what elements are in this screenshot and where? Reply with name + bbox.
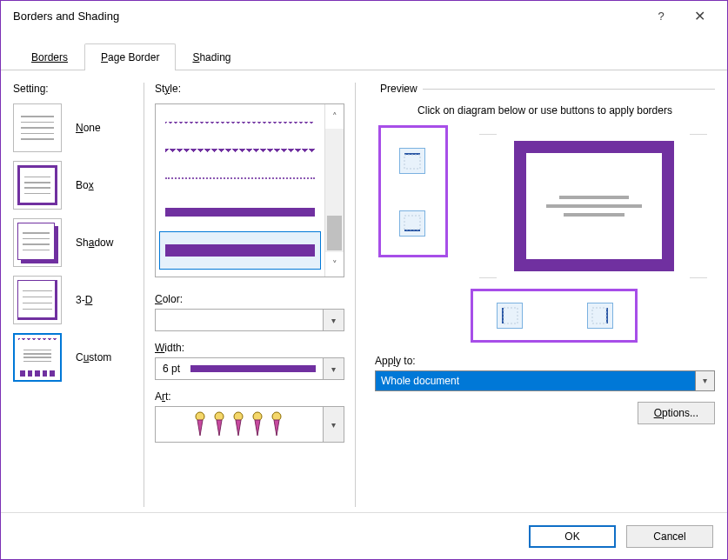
art-preview — [156, 407, 323, 442]
ok-button[interactable]: OK — [529, 525, 616, 548]
svg-rect-10 — [504, 308, 518, 323]
help-button[interactable]: ? — [642, 3, 680, 29]
svg-rect-8 — [404, 216, 420, 230]
scroll-up-icon[interactable]: ˄ — [325, 104, 344, 129]
color-label: Color: — [155, 293, 344, 305]
style-label: Style: — [155, 83, 344, 95]
tab-page-border[interactable]: Page Border — [84, 43, 176, 70]
color-combo[interactable]: ▾ — [155, 309, 344, 331]
dialog-footer: OK Cancel — [1, 512, 727, 559]
svg-rect-12 — [592, 308, 606, 323]
tab-shading[interactable]: Shading — [176, 43, 247, 70]
style-listbox[interactable]: ˄ ˅ — [155, 103, 344, 277]
chevron-down-icon[interactable]: ▾ — [323, 407, 344, 442]
scroll-thumb[interactable] — [327, 216, 342, 250]
width-value: 6 pt — [163, 363, 180, 375]
dialog-title: Borders and Shading — [13, 10, 119, 23]
style-item-1[interactable] — [159, 137, 321, 165]
tab-borders[interactable]: Borders — [15, 43, 84, 70]
chevron-down-icon[interactable]: ▾ — [695, 371, 714, 390]
setting-box[interactable]: Box — [13, 161, 133, 210]
preview-panel: Preview Click on diagram below or use bu… — [361, 83, 715, 507]
style-scrollbar[interactable]: ˄ ˅ — [324, 104, 344, 277]
style-item-4[interactable] — [159, 231, 321, 270]
cancel-button[interactable]: Cancel — [626, 525, 713, 548]
scroll-down-icon[interactable]: ˅ — [325, 252, 344, 277]
apply-to-combo[interactable]: Whole document ▾ — [375, 370, 715, 391]
width-label: Width: — [155, 342, 344, 354]
width-swatch — [190, 365, 316, 372]
svg-rect-6 — [404, 155, 420, 169]
art-label: Art: — [155, 390, 344, 403]
options-button[interactable]: Options... — [638, 402, 715, 424]
setting-3d[interactable]: 3-D — [13, 276, 133, 324]
preview-legend: Preview — [375, 83, 423, 95]
title-bar: Borders and Shading ? ✕ — [1, 1, 727, 30]
style-item-0[interactable] — [159, 110, 321, 137]
setting-custom[interactable]: Custom — [13, 333, 133, 382]
setting-shadow[interactable]: Shadow — [13, 218, 133, 267]
chevron-down-icon[interactable]: ▾ — [323, 310, 344, 330]
preview-stage — [375, 125, 715, 351]
preview-hint: Click on diagram below or use buttons to… — [375, 95, 715, 125]
chevron-down-icon[interactable]: ▾ — [323, 358, 344, 379]
preview-document[interactable] — [514, 141, 674, 271]
art-combo[interactable]: ▾ — [155, 406, 344, 443]
tab-strip: Borders Page Border Shading — [1, 39, 727, 70]
selection-highlight-left — [378, 125, 448, 257]
setting-panel: Setting: None Box Shadow 3-D — [13, 83, 138, 507]
border-left-button[interactable] — [497, 303, 523, 329]
style-panel: Style: ˄ ˅ Color: ▾ — [144, 83, 356, 507]
apply-to-label: Apply to: — [375, 355, 715, 367]
border-right-button[interactable] — [587, 303, 613, 329]
borders-and-shading-dialog: Borders and Shading ? ✕ Borders Page Bor… — [0, 0, 728, 560]
style-item-2[interactable] — [159, 165, 321, 193]
border-top-button[interactable] — [399, 148, 425, 174]
setting-none[interactable]: None — [13, 103, 133, 152]
close-button[interactable]: ✕ — [680, 3, 718, 29]
setting-label: Setting: — [13, 83, 133, 95]
apply-to-value: Whole document — [376, 371, 695, 390]
style-item-3[interactable] — [159, 193, 321, 231]
width-combo[interactable]: 6 pt ▾ — [155, 357, 344, 380]
border-bottom-button[interactable] — [399, 210, 425, 237]
